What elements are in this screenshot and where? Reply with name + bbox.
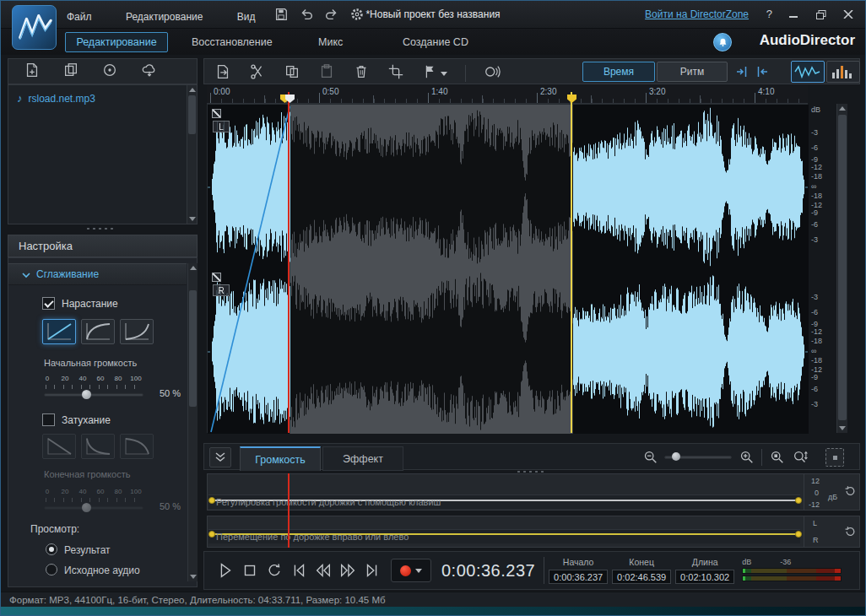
export-file-icon[interactable] (214, 63, 231, 84)
waveform-view-button[interactable] (791, 61, 825, 83)
zoom-out-icon[interactable] (643, 450, 658, 468)
slider-thumb[interactable] (672, 452, 680, 461)
pan-envelope-row[interactable]: Перемещение по дорожке вправо или влево … (207, 516, 860, 548)
zoom-region-icon[interactable] (825, 448, 844, 467)
zoom-selection-icon[interactable] (770, 450, 785, 468)
library-scrollbar[interactable] (187, 85, 197, 224)
scrollbar-thumb[interactable] (838, 115, 847, 420)
fade-in-checkbox[interactable] (42, 297, 55, 310)
tab-editing[interactable]: Редактирование (65, 32, 168, 52)
fade-out-exp-button[interactable] (120, 434, 154, 459)
envelope-node[interactable] (795, 531, 802, 538)
initial-volume-slider[interactable] (44, 393, 143, 397)
dock-left-icon[interactable] (734, 65, 748, 82)
preview-result-radio[interactable] (46, 543, 57, 555)
reset-envelope-icon[interactable] (844, 485, 856, 499)
play-button[interactable] (216, 560, 235, 581)
import-media-icon[interactable] (24, 62, 41, 82)
field-value[interactable]: 0:02:10.302 (675, 570, 734, 584)
scroll-down-icon[interactable] (190, 575, 197, 579)
fade-in-exp-button[interactable] (120, 319, 154, 344)
tab-volume[interactable]: Громкость (240, 446, 321, 471)
go-to-start-button[interactable] (290, 560, 308, 581)
envelope-node[interactable] (208, 531, 215, 538)
scrollbar-thumb[interactable] (189, 290, 197, 407)
cut-icon[interactable] (249, 63, 266, 84)
fade-out-checkbox[interactable] (42, 413, 55, 426)
field-value[interactable]: 0:02:46.539 (612, 570, 671, 584)
field-value[interactable]: 0:00:36.237 (549, 570, 608, 584)
fade-section-header[interactable]: Сглаживание (8, 263, 187, 285)
envelope-node[interactable] (208, 497, 215, 504)
notification-bell-icon[interactable] (713, 33, 732, 51)
time-mode-button[interactable]: Время (582, 62, 655, 82)
menu-view[interactable]: Вид (237, 11, 256, 23)
timeline-ruler[interactable]: 0:000:501:402:303:204:10 (207, 85, 808, 104)
maximize-button[interactable] (811, 7, 831, 22)
playhead-line[interactable] (288, 473, 290, 548)
trim-icon[interactable] (387, 63, 404, 84)
fade-out-log-button[interactable] (81, 434, 115, 459)
spectrum-view-button[interactable] (826, 61, 860, 83)
settings-gear-icon[interactable] (349, 6, 365, 23)
copy-icon[interactable] (284, 63, 300, 84)
extract-audio-icon[interactable] (101, 62, 118, 82)
paste-icon[interactable] (318, 63, 335, 84)
slider-thumb[interactable] (82, 390, 91, 399)
undo-icon[interactable] (298, 6, 315, 23)
delete-icon[interactable] (353, 63, 370, 84)
panel-resize-handle[interactable] (516, 470, 544, 473)
fade-in-linear-button[interactable] (42, 319, 76, 344)
tab-effect[interactable]: Эффект (322, 446, 403, 471)
scroll-up-icon[interactable] (189, 88, 196, 92)
redo-icon[interactable] (323, 6, 340, 23)
adjustment-scrollbar[interactable] (187, 263, 198, 581)
list-item[interactable]: ♪ rsload.net.mp3 (8, 85, 197, 111)
fast-forward-button[interactable] (338, 560, 357, 581)
waveform-scrollbar[interactable] (836, 104, 847, 433)
panel-resize-handle[interactable] (85, 227, 114, 230)
help-button[interactable]: ? (766, 8, 772, 20)
selection-end-line[interactable] (571, 92, 572, 433)
zoom-slider[interactable] (664, 456, 732, 459)
tab-mix[interactable]: Микс (306, 32, 355, 52)
final-volume-slider[interactable] (44, 506, 143, 510)
menu-edit[interactable]: Редактирование (126, 11, 203, 23)
collapse-panel-button[interactable] (209, 447, 231, 467)
reset-envelope-icon[interactable] (844, 526, 856, 539)
save-icon[interactable] (273, 6, 290, 23)
marker-dropdown[interactable] (422, 63, 447, 84)
scrollbar-thumb[interactable] (188, 95, 196, 134)
go-to-end-button[interactable] (363, 560, 382, 581)
menu-file[interactable]: Файл (67, 11, 92, 23)
preview-original-radio[interactable] (46, 564, 57, 575)
playhead-line[interactable] (288, 92, 290, 433)
loop-button[interactable] (265, 560, 284, 581)
record-button[interactable] (391, 559, 431, 582)
fade-in-log-button[interactable] (81, 319, 115, 344)
beat-mode-button[interactable]: Ритм (657, 62, 728, 82)
scroll-down-icon[interactable] (189, 217, 196, 221)
scroll-up-icon[interactable] (190, 266, 197, 270)
tab-restoration[interactable]: Восстановление (180, 32, 284, 52)
voiceover-icon[interactable] (484, 63, 501, 84)
envelope-node[interactable] (795, 497, 802, 504)
tab-create-cd[interactable]: Создание CD (391, 32, 480, 52)
cloud-download-icon[interactable] (140, 62, 159, 82)
directorzone-link[interactable]: Войти на DirectorZone (645, 8, 749, 20)
minimize-button[interactable] (784, 7, 804, 22)
fade-handle-icon[interactable] (212, 273, 221, 282)
import-folder-icon[interactable] (62, 62, 79, 82)
zoom-in-icon[interactable] (739, 450, 755, 468)
dock-right-icon[interactable] (756, 65, 770, 82)
scroll-down-icon[interactable] (839, 426, 846, 430)
fade-handle-icon[interactable] (212, 109, 221, 118)
stop-button[interactable] (241, 560, 259, 581)
rewind-button[interactable] (314, 560, 333, 581)
scroll-up-icon[interactable] (839, 106, 846, 111)
fade-out-linear-button[interactable] (42, 434, 76, 459)
zoom-vertical-icon[interactable] (793, 450, 809, 468)
slider-thumb[interactable] (82, 503, 91, 512)
close-button[interactable] (838, 7, 858, 22)
volume-envelope-row[interactable]: Регулировка громкости дорожки с помощью … (207, 473, 860, 511)
